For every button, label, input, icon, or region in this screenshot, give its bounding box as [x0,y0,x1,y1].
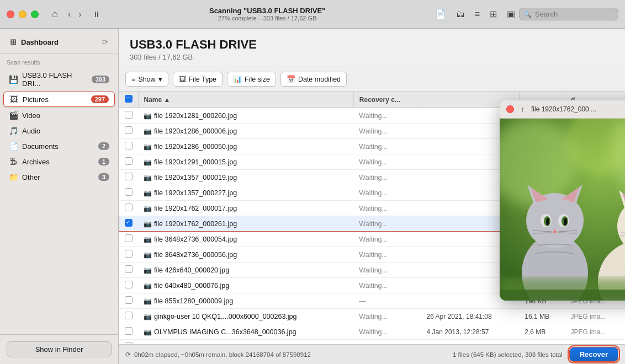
row-checkbox[interactable] [125,250,133,258]
close-button[interactable] [7,10,14,18]
date-modified-button[interactable]: 📅 Date modified [280,72,347,87]
status-bar: ⟳ 0h02m elapsed, ~0h05m remain, block 24… [119,344,625,364]
documents-item-name: Documents [22,142,94,151]
row-checkbox-cell[interactable] [119,154,139,170]
search-input[interactable] [519,8,618,20]
row-checkbox[interactable] [125,327,133,335]
row-checkbox[interactable] [125,126,133,134]
pause-button[interactable]: ⏸ [89,8,104,21]
row-checkbox-cell[interactable] [119,293,139,309]
header-name[interactable]: Name ▲ [138,92,353,108]
row-checkbox[interactable] [125,342,133,344]
row-checkbox-cell[interactable] [119,340,139,345]
back-button[interactable]: ‹ [65,7,74,22]
select-all-checkbox[interactable] [125,95,133,103]
home-button[interactable]: ⌂ [47,6,62,22]
show-label: Show [138,76,155,83]
row-type: JPEG ima... [565,340,624,345]
table-row[interactable]: 📷 OLYMPUS IMAGING C...36x3648_000036.jpg… [119,324,625,340]
audio-icon: 🎵 [9,126,18,135]
grid-view-button[interactable]: ⊞ [486,7,501,22]
row-checkbox-cell[interactable] [119,201,139,216]
sidebar-item-usb[interactable]: 💾 USB3.0 FLASH DRI... 303 [3,68,115,90]
sidebar-item-other[interactable]: 📁 Other 3 [3,170,115,184]
file-type-icon: 🖼 [179,75,186,83]
forward-button[interactable]: › [75,7,84,22]
row-checkbox-cell[interactable] [119,216,139,232]
header-recovery[interactable]: Recovery c... [353,92,421,108]
row-checkbox[interactable] [125,219,133,227]
doc-view-button[interactable]: 📄 [431,7,450,22]
preview-close-button[interactable]: × [506,105,514,113]
row-checkbox-cell[interactable] [119,185,139,201]
row-size: 2,6 MB [519,324,565,340]
file-name-text: file 1920x1286_000006.jpg [154,127,237,135]
row-checkbox-cell[interactable] [119,124,139,139]
sidebar-item-documents[interactable]: 📄 Documents 2 [3,139,115,153]
file-type-icon: 📷 [144,174,152,181]
archives-badge: 1 [98,158,109,165]
row-name: 📷 OLYMPUS IMAGING C...36x3648_000052.jpg [138,340,353,345]
sidebar-item-video[interactable]: 🎬 Video [3,108,115,122]
row-checkbox[interactable] [125,234,133,242]
row-checkbox-cell[interactable] [119,232,139,247]
file-type-icon: 📷 [144,251,152,259]
row-checkbox[interactable] [125,281,133,288]
file-name-text: ginkgo-user 10 QKQ1....000x6000_000263.j… [154,313,297,320]
table-row[interactable]: 📷 OLYMPUS IMAGING C...36x3648_000052.jpg… [119,340,625,345]
row-name: 📷 file 3648x2736_000054.jpg [138,232,353,247]
file-type-icon: 📷 [144,266,152,274]
panel-view-button[interactable]: ▣ [503,7,519,22]
sidebar-item-audio[interactable]: 🎵 Audio [3,124,115,138]
row-checkbox-cell[interactable] [119,309,139,324]
dashboard-button[interactable]: ⊞ Dashboard ⟳ [7,35,112,49]
show-icon: ≡ [131,76,135,83]
row-checkbox-cell[interactable] [119,324,139,340]
row-checkbox[interactable] [125,188,133,196]
row-checkbox-cell[interactable] [119,278,139,293]
row-checkbox[interactable] [125,173,133,180]
file-type-icon: 📷 [144,297,152,305]
traffic-lights [7,10,39,18]
sidebar-item-pictures[interactable]: 🖼 Pictures 297 [3,92,115,107]
file-name-text: file 3648x2736_000054.jpg [154,235,237,243]
row-status: Waiting... [353,139,421,154]
row-status: Waiting... [353,278,421,293]
row-checkbox[interactable] [125,157,133,165]
preview-share-button[interactable]: ↑ [518,105,527,114]
maximize-button[interactable] [31,10,39,18]
sidebar-item-archives[interactable]: 🗜 Archives 1 [3,154,115,169]
file-name-text: file 426x640_000020.jpg [154,266,229,274]
row-status: Waiting... [353,309,421,324]
minimize-button[interactable] [19,10,27,18]
row-checkbox[interactable] [125,296,133,304]
pictures-icon: 🖼 [9,95,18,104]
file-size-button[interactable]: 📊 File size [227,72,276,87]
row-checkbox[interactable] [125,265,133,273]
row-name: 📷 file 3648x2736_000056.jpg [138,247,353,263]
row-checkbox-cell[interactable] [119,108,139,124]
file-size-label: File size [245,76,270,83]
scan-results-label: Scan results [0,53,118,68]
row-checkbox[interactable] [125,111,133,119]
row-name: 📷 file 426x640_000020.jpg [138,263,353,278]
row-checkbox-cell[interactable] [119,139,139,154]
row-checkbox-cell[interactable] [119,263,139,278]
sidebar: ⊞ Dashboard ⟳ Scan results 💾 USB3.0 FLAS… [0,29,119,364]
header-checkbox-cell[interactable] [119,92,139,108]
other-icon: 📁 [9,173,18,181]
show-button[interactable]: ≡ Show ▾ [125,72,168,87]
row-checkbox[interactable] [125,142,133,149]
row-checkbox[interactable] [125,204,133,211]
row-checkbox-cell[interactable] [119,247,139,263]
recover-button[interactable]: Recover [569,347,618,362]
file-type-icon: 📷 [144,220,152,228]
file-type-button[interactable]: 🖼 File Type [173,72,223,87]
row-size: 1,9 MB [519,340,565,345]
table-row[interactable]: 📷 ginkgo-user 10 QKQ1....000x6000_000263… [119,309,625,324]
folder-view-button[interactable]: 🗂 [452,7,469,22]
row-checkbox-cell[interactable] [119,170,139,185]
row-checkbox[interactable] [125,312,133,319]
list-view-button[interactable]: ≡ [471,7,484,22]
show-finder-button[interactable]: Show in Finder [7,341,112,357]
